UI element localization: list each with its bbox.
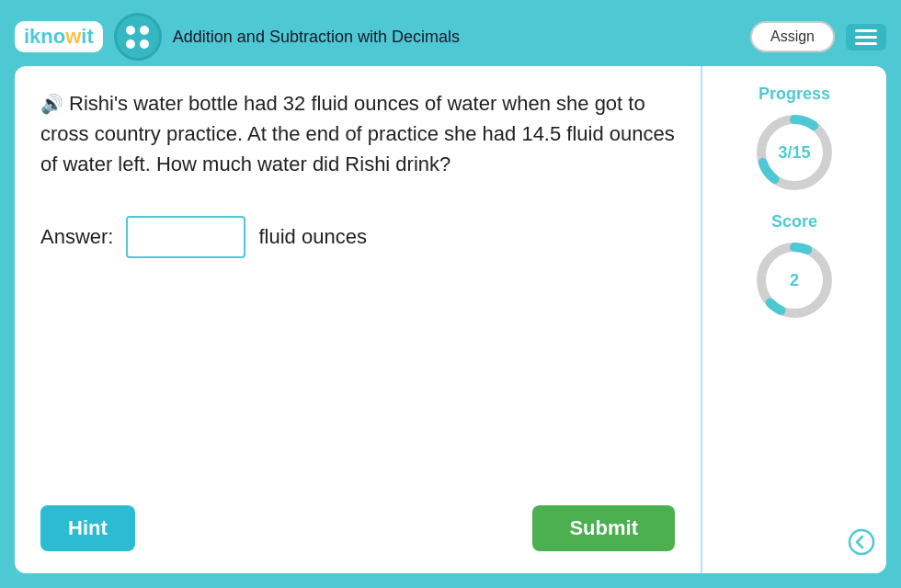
right-panel: Progress 3/15 Score 2 [702,66,886,573]
sound-icon[interactable]: 🔊 [40,90,63,118]
dot4 [140,40,149,49]
back-button[interactable] [848,528,875,562]
progress-value: 3/15 [778,143,810,163]
lesson-title: Addition and Subtraction with Decimals [173,28,739,47]
progress-chart: 3/15 [753,111,836,194]
back-icon [848,528,875,556]
dot1 [126,26,135,35]
question-panel: 🔊Rishi's water bottle had 32 fluid ounce… [15,66,701,573]
score-value: 2 [790,271,799,290]
assign-button[interactable]: Assign [750,21,835,52]
bottom-buttons: Hint Submit [40,487,675,551]
hamburger-line2 [855,36,877,39]
logo-text: iknowit [24,27,94,47]
unit-label: fluid ounces [258,225,366,249]
submit-button[interactable]: Submit [532,505,675,551]
answer-label: Answer: [40,225,113,249]
progress-label: Progress [758,85,830,104]
dot2 [140,26,149,35]
logo: iknowit [15,21,103,52]
svg-point-4 [850,530,873,554]
dots-icon [126,26,149,49]
score-section: Score 2 [753,212,836,322]
app-container: iknowit Addition and Subtraction with De… [0,0,901,588]
hamburger-line1 [855,29,877,32]
dot3 [126,40,135,49]
subject-icon [114,13,162,61]
question-body: Rishi's water bottle had 32 fluid ounces… [40,92,675,175]
menu-button[interactable] [846,24,886,51]
score-chart: 2 [753,239,836,322]
answer-input[interactable] [126,216,245,258]
hint-button[interactable]: Hint [40,505,135,551]
hamburger-line3 [855,42,877,45]
score-label: Score [771,212,817,232]
question-text: 🔊Rishi's water bottle had 32 fluid ounce… [40,88,675,179]
answer-row: Answer: fluid ounces [40,216,675,258]
main-content: 🔊Rishi's water bottle had 32 fluid ounce… [7,66,894,581]
progress-section: Progress 3/15 [753,85,836,194]
header: iknowit Addition and Subtraction with De… [7,7,894,66]
